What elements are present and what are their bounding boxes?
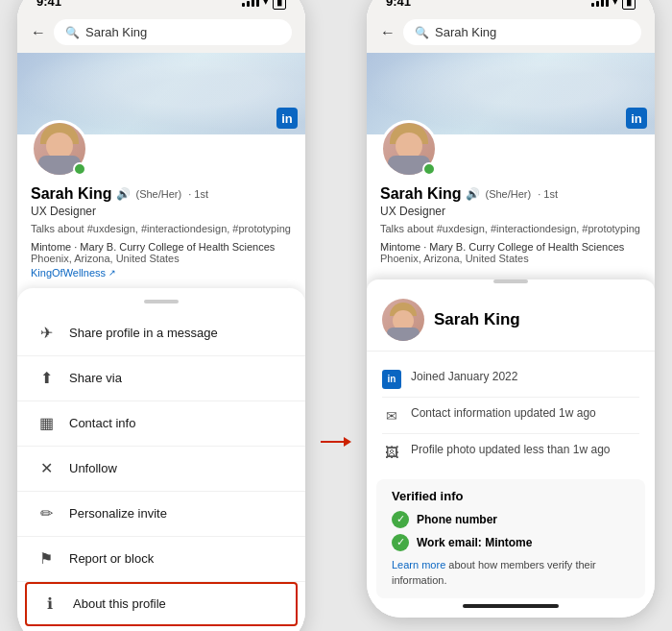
check-icon-phone: ✓ bbox=[392, 511, 409, 528]
profile-company-left: Mintome · Mary B. Curry College of Healt… bbox=[31, 241, 292, 253]
profile-info-right: Sarah King 🔊 (She/Her) · 1st UX Designer… bbox=[367, 178, 655, 273]
search-bar-right: ← 🔍 Sarah King bbox=[367, 13, 655, 53]
envelope-icon-row: ✉ bbox=[382, 406, 401, 425]
name-row-left: Sarah King 🔊 (She/Her) · 1st bbox=[31, 185, 292, 203]
back-arrow-left[interactable]: ← bbox=[31, 24, 46, 41]
speaker-icon: 🔊 bbox=[116, 187, 131, 201]
search-icon-left: 🔍 bbox=[65, 26, 80, 39]
bottom-sheet-left: ✈ Share profile in a message ⬆ Share via… bbox=[17, 288, 305, 631]
verified-phone: ✓ Phone number bbox=[392, 511, 630, 528]
profile-info-left: Sarah King 🔊 (She/Her) · 1st UX Designer… bbox=[17, 178, 305, 287]
home-bar-area-left bbox=[17, 626, 305, 631]
home-bar-right bbox=[463, 604, 559, 608]
back-arrow-right[interactable]: ← bbox=[380, 24, 396, 41]
contact-rows: in Joined January 2022 ✉ Contact informa… bbox=[367, 352, 655, 479]
flag-icon: ⚑ bbox=[36, 549, 56, 569]
speaker-icon-right: 🔊 bbox=[466, 187, 480, 201]
time-left: 9:41 bbox=[36, 0, 61, 9]
contact-info-panel: Sarah King in Joined January 2022 ✉ Cont… bbox=[367, 279, 655, 618]
avatar-wrap-left bbox=[31, 120, 88, 178]
arrow-line bbox=[321, 441, 344, 443]
profile-title-left: UX Designer bbox=[31, 205, 292, 218]
panel-handle bbox=[493, 279, 528, 283]
info-icon: ℹ bbox=[40, 595, 60, 614]
linkedin-icon-row: in bbox=[382, 370, 401, 389]
left-phone: 9:41 ▾ ▮ ← 🔍 Sarah King bbox=[17, 0, 305, 631]
learn-more-text: Learn more about how members verify thei… bbox=[392, 557, 630, 589]
profile-topics-left: Talks about #uxdesign, #interactiondesig… bbox=[31, 222, 292, 236]
menu-item-share-message[interactable]: ✈ Share profile in a message bbox=[17, 311, 305, 356]
menu-item-report[interactable]: ⚑ Report or block bbox=[17, 537, 305, 582]
home-bar-area-right bbox=[367, 598, 655, 618]
profile-degree-left: · 1st bbox=[188, 188, 208, 200]
verified-phone-label: Phone number bbox=[417, 513, 497, 526]
right-screen: 9:41 ▾ ▮ ← 🔍 Sarah King bbox=[367, 0, 655, 618]
contact-icon: ▦ bbox=[36, 414, 56, 433]
profile-topics-right: Talks about #uxdesign, #interactiondesig… bbox=[380, 222, 641, 236]
status-icons-left: ▾ ▮ bbox=[242, 0, 286, 10]
search-icon-right: 🔍 bbox=[415, 26, 429, 39]
joined-text: Joined January 2022 bbox=[411, 369, 517, 385]
contact-info-text: Contact information updated 1w ago bbox=[411, 405, 596, 422]
signal-icon-right bbox=[591, 0, 609, 7]
profile-location-right: Phoenix, Arizona, United States bbox=[380, 253, 641, 264]
search-text-right: Sarah King bbox=[435, 25, 496, 39]
linkedin-badge-left: in bbox=[276, 108, 298, 129]
search-box-left[interactable]: 🔍 Sarah King bbox=[54, 19, 292, 45]
menu-item-unfollow[interactable]: ✕ Unfollow bbox=[17, 447, 305, 492]
profile-location-left: Phoenix, Arizona, United States bbox=[31, 253, 292, 264]
right-phone: 9:41 ▾ ▮ ← 🔍 Sarah King bbox=[367, 0, 655, 618]
contact-panel-header: Sarah King bbox=[367, 287, 655, 352]
name-row-right: Sarah King 🔊 (She/Her) · 1st bbox=[380, 185, 641, 203]
share-icon: ⬆ bbox=[36, 369, 56, 388]
contact-row-contact-info: ✉ Contact information updated 1w ago bbox=[382, 398, 639, 434]
linkedin-badge-right: in bbox=[626, 108, 647, 129]
profile-degree-right: · 1st bbox=[538, 188, 558, 200]
menu-item-personalize[interactable]: ✏ Personalize invite bbox=[17, 492, 305, 537]
profile-link-left[interactable]: KingOfWellness ↗ bbox=[31, 267, 292, 279]
send-icon: ✈ bbox=[36, 324, 56, 343]
left-screen: 9:41 ▾ ▮ ← 🔍 Sarah King bbox=[17, 0, 305, 631]
external-link-icon: ↗ bbox=[108, 268, 116, 278]
online-dot-left bbox=[73, 162, 86, 176]
profile-header-right: in bbox=[367, 53, 655, 178]
menu-item-about[interactable]: ℹ About this profile bbox=[25, 582, 298, 626]
status-bar-left: 9:41 ▾ ▮ bbox=[17, 0, 305, 13]
menu-item-share-via[interactable]: ⬆ Share via bbox=[17, 356, 305, 401]
verified-section: Verified info ✓ Phone number ✓ Work emai… bbox=[376, 479, 645, 598]
profile-name-right: Sarah King bbox=[380, 185, 461, 203]
arrow-connector bbox=[321, 437, 351, 447]
verified-email: ✓ Work email: Mintome bbox=[392, 534, 630, 551]
wifi-icon-right: ▾ bbox=[612, 0, 618, 8]
photo-text: Profile photo updated less than 1w ago bbox=[411, 442, 610, 458]
profile-title-right: UX Designer bbox=[380, 205, 641, 218]
profile-header-left: in bbox=[17, 53, 305, 178]
status-bar-right: 9:41 ▾ ▮ bbox=[367, 0, 655, 13]
arrow-head bbox=[344, 437, 351, 447]
profile-pronoun-right: (She/Her) bbox=[485, 188, 531, 200]
search-text-left: Sarah King bbox=[85, 25, 147, 39]
time-right: 9:41 bbox=[386, 0, 411, 9]
battery-icon-right: ▮ bbox=[622, 0, 636, 10]
wifi-icon: ▾ bbox=[263, 0, 269, 8]
edit-icon: ✏ bbox=[36, 504, 56, 523]
verified-email-label: Work email: Mintome bbox=[417, 536, 532, 549]
status-icons-right: ▾ ▮ bbox=[591, 0, 636, 10]
menu-item-contact-info[interactable]: ▦ Contact info bbox=[17, 401, 305, 447]
profile-name-left: Sarah King bbox=[31, 185, 111, 203]
search-box-right[interactable]: 🔍 Sarah King bbox=[403, 19, 641, 45]
contact-row-joined: in Joined January 2022 bbox=[382, 361, 639, 398]
contact-row-photo: 🖼 Profile photo updated less than 1w ago bbox=[382, 434, 639, 470]
search-bar-left: ← 🔍 Sarah King bbox=[17, 13, 305, 53]
sheet-handle bbox=[144, 300, 179, 303]
profile-company-right: Mintome · Mary B. Curry College of Healt… bbox=[380, 241, 641, 253]
contact-avatar bbox=[382, 299, 424, 341]
unfollow-icon: ✕ bbox=[36, 459, 56, 478]
photo-icon-row: 🖼 bbox=[382, 443, 401, 462]
check-icon-email: ✓ bbox=[392, 534, 409, 551]
avatar-wrap-right bbox=[380, 120, 438, 178]
learn-more-link[interactable]: Learn more bbox=[392, 559, 445, 570]
profile-pronoun-left: (She/Her) bbox=[135, 188, 181, 200]
signal-icon bbox=[242, 0, 259, 7]
contact-panel-name: Sarah King bbox=[434, 310, 520, 329]
